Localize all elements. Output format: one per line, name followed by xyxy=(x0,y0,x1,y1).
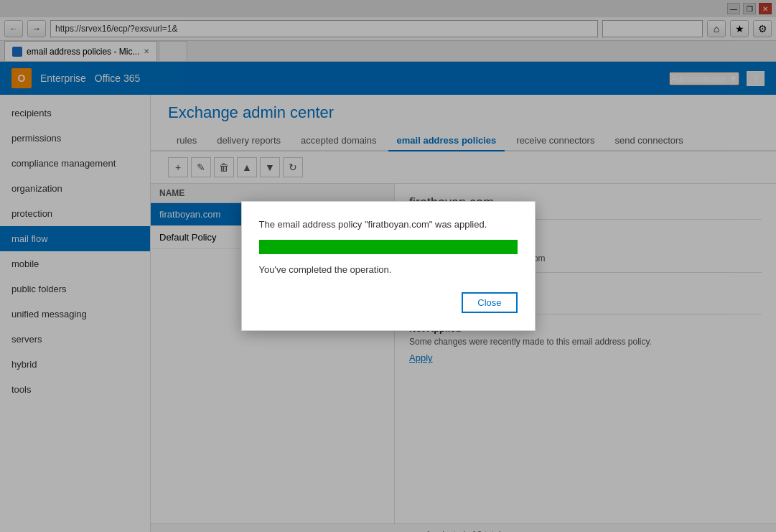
modal-footer: Close xyxy=(259,292,518,313)
modal-overlay: The email address policy "firatboyan.com… xyxy=(0,0,776,532)
modal-message: The email address policy "firatboyan.com… xyxy=(259,219,518,230)
modal-dialog: The email address policy "firatboyan.com… xyxy=(241,201,536,331)
modal-complete-text: You've completed the operation. xyxy=(259,264,518,275)
progress-bar-fill xyxy=(259,240,518,254)
modal-close-button[interactable]: Close xyxy=(462,292,517,313)
progress-bar-container xyxy=(259,240,518,254)
